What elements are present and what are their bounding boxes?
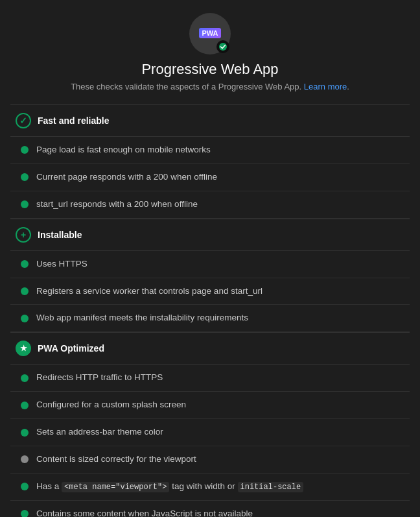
learn-more-link[interactable]: Learn more	[304, 82, 347, 91]
check-item: start_url responds with a 200 when offli…	[10, 191, 410, 219]
check-item: Redirects HTTP traffic to HTTPS	[10, 365, 410, 392]
installable-title: Installable	[38, 230, 82, 240]
check-item: Registers a service worker that controls…	[10, 278, 410, 306]
fast-reliable-title: Fast and reliable	[38, 115, 109, 126]
status-dot-green	[21, 260, 29, 268]
status-dot-green	[21, 374, 29, 382]
status-dot-green	[21, 510, 29, 517]
status-dot-green	[21, 429, 29, 437]
check-item: Web app manifest meets the installabilit…	[10, 305, 410, 332]
pwa-label: PWA	[199, 28, 220, 38]
status-dot-gray	[21, 455, 29, 463]
check-item: Uses HTTPS	[10, 251, 410, 278]
check-item: Current page responds with a 200 when of…	[10, 164, 410, 191]
check-text: Configured for a custom splash screen	[36, 399, 186, 411]
check-text: Redirects HTTP traffic to HTTPS	[36, 372, 163, 384]
page-subtitle: These checks validate the aspects of a P…	[71, 82, 349, 91]
status-dot-green	[21, 287, 29, 295]
fast-reliable-icon: ✓	[16, 113, 31, 128]
check-item: Configured for a custom splash screen	[10, 392, 410, 419]
pwa-optimized-icon: ★	[16, 341, 31, 356]
check-item: Page load is fast enough on mobile netwo…	[10, 137, 410, 164]
status-dot-green	[21, 315, 29, 322]
subtitle-text: These checks validate the aspects of a P…	[71, 82, 301, 91]
check-text: Content is sized correctly for the viewp…	[36, 453, 196, 466]
check-text: Web app manifest meets the installabilit…	[36, 312, 248, 324]
section-installable-header: + Installable	[10, 219, 410, 251]
check-item: Contains some content when JavaScript is…	[10, 501, 410, 517]
section-pwa-optimized-header: ★ PWA Optimized	[10, 332, 410, 365]
check-text: Registers a service worker that controls…	[36, 285, 262, 298]
page-container: PWA Progressive Web App These checks val…	[0, 0, 420, 517]
pwa-check-badge	[216, 40, 229, 53]
pwa-icon-inner: PWA	[199, 28, 220, 40]
checkmark-icon	[219, 43, 227, 51]
check-text: Has a <meta name="viewport"> tag with wi…	[36, 481, 303, 493]
check-item: Has a <meta name="viewport"> tag with wi…	[10, 474, 410, 501]
check-text: Sets an address-bar theme color	[36, 426, 163, 439]
check-text: Contains some content when JavaScript is…	[36, 508, 253, 517]
check-text: Page load is fast enough on mobile netwo…	[36, 144, 211, 156]
section-fast-reliable-header: ✓ Fast and reliable	[10, 104, 410, 137]
page-header: PWA Progressive Web App These checks val…	[10, 13, 410, 91]
check-item: Content is sized correctly for the viewp…	[10, 446, 410, 474]
check-text: start_url responds with a 200 when offli…	[36, 198, 198, 211]
check-item: Sets an address-bar theme color	[10, 419, 410, 446]
code-snippet: <meta name="viewport">	[62, 482, 169, 492]
installable-icon: +	[16, 227, 31, 243]
pwa-optimized-title: PWA Optimized	[38, 343, 104, 354]
status-dot-green	[21, 173, 29, 181]
check-text: Uses HTTPS	[36, 258, 88, 271]
check-text: Current page responds with a 200 when of…	[36, 171, 217, 184]
status-dot-green	[21, 200, 29, 208]
pwa-logo: PWA	[189, 13, 231, 54]
status-dot-green	[21, 146, 29, 154]
status-dot-green	[21, 402, 29, 409]
code-snippet: initial-scale	[238, 482, 304, 492]
status-dot-green	[21, 483, 29, 490]
page-title: Progressive Web App	[141, 61, 278, 78]
